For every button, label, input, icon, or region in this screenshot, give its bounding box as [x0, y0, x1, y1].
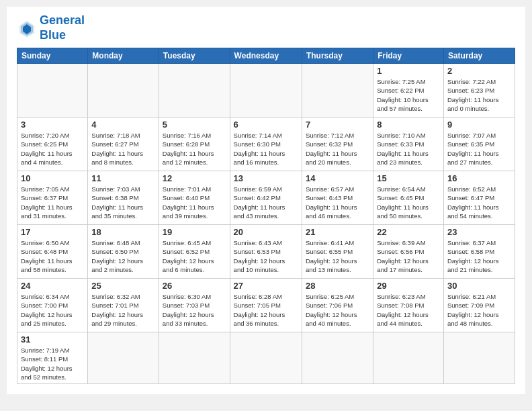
day-info: Sunrise: 6:37 AM Sunset: 6:58 PM Dayligh… — [447, 238, 511, 274]
calendar-cell: 22Sunrise: 6:39 AM Sunset: 6:56 PM Dayli… — [373, 225, 444, 279]
day-info: Sunrise: 6:23 AM Sunset: 7:08 PM Dayligh… — [377, 292, 440, 328]
calendar-cell: 8Sunrise: 7:10 AM Sunset: 6:33 PM Daylig… — [373, 118, 444, 171]
calendar-cell — [88, 64, 159, 118]
day-number: 31 — [21, 334, 84, 345]
day-number: 2 — [447, 66, 511, 76]
weekday-header-saturday: Saturday — [443, 48, 515, 64]
calendar-week-row: 1Sunrise: 7:25 AM Sunset: 6:22 PM Daylig… — [17, 64, 515, 118]
day-number: 23 — [447, 227, 511, 237]
calendar-cell: 28Sunrise: 6:25 AM Sunset: 7:06 PM Dayli… — [302, 279, 373, 332]
day-info: Sunrise: 6:30 AM Sunset: 7:03 PM Dayligh… — [163, 292, 226, 328]
calendar-cell: 31Sunrise: 7:19 AM Sunset: 8:11 PM Dayli… — [17, 332, 88, 384]
calendar-cell — [373, 332, 444, 384]
day-info: Sunrise: 7:07 AM Sunset: 6:35 PM Dayligh… — [447, 131, 511, 167]
calendar-cell: 2Sunrise: 7:22 AM Sunset: 6:23 PM Daylig… — [443, 64, 515, 118]
calendar-cell: 5Sunrise: 7:16 AM Sunset: 6:28 PM Daylig… — [159, 118, 230, 171]
day-info: Sunrise: 6:41 AM Sunset: 6:55 PM Dayligh… — [306, 238, 369, 274]
calendar-cell: 29Sunrise: 6:23 AM Sunset: 7:08 PM Dayli… — [373, 279, 444, 332]
day-info: Sunrise: 7:01 AM Sunset: 6:40 PM Dayligh… — [163, 185, 226, 220]
weekday-header-sunday: Sunday — [17, 48, 88, 64]
day-info: Sunrise: 6:50 AM Sunset: 6:48 PM Dayligh… — [21, 238, 84, 274]
day-number: 30 — [447, 281, 511, 291]
calendar-cell: 6Sunrise: 7:14 AM Sunset: 6:30 PM Daylig… — [230, 118, 302, 171]
weekday-header-thursday: Thursday — [302, 48, 373, 64]
day-number: 5 — [163, 120, 226, 130]
day-number: 8 — [377, 120, 440, 130]
calendar-cell — [230, 64, 302, 118]
day-number: 16 — [447, 173, 511, 183]
calendar-cell: 20Sunrise: 6:43 AM Sunset: 6:53 PM Dayli… — [230, 225, 302, 279]
calendar-cell: 10Sunrise: 7:05 AM Sunset: 6:37 PM Dayli… — [17, 171, 88, 225]
day-info: Sunrise: 7:14 AM Sunset: 6:30 PM Dayligh… — [234, 131, 298, 167]
calendar-cell: 21Sunrise: 6:41 AM Sunset: 6:55 PM Dayli… — [302, 225, 373, 279]
day-info: Sunrise: 6:59 AM Sunset: 6:42 PM Dayligh… — [234, 185, 298, 220]
day-info: Sunrise: 6:28 AM Sunset: 7:05 PM Dayligh… — [234, 292, 298, 328]
calendar-cell: 7Sunrise: 7:12 AM Sunset: 6:32 PM Daylig… — [302, 118, 373, 171]
day-info: Sunrise: 6:45 AM Sunset: 6:52 PM Dayligh… — [163, 238, 226, 274]
calendar: SundayMondayTuesdayWednesdayThursdayFrid… — [17, 48, 515, 384]
logo-blue: Blue — [40, 28, 85, 43]
day-number: 17 — [21, 227, 84, 237]
calendar-cell: 11Sunrise: 7:03 AM Sunset: 6:38 PM Dayli… — [88, 171, 159, 225]
calendar-cell — [443, 332, 515, 384]
calendar-cell: 26Sunrise: 6:30 AM Sunset: 7:03 PM Dayli… — [159, 279, 230, 332]
calendar-cell — [159, 332, 230, 384]
day-info: Sunrise: 6:43 AM Sunset: 6:53 PM Dayligh… — [234, 238, 298, 274]
day-number: 26 — [163, 281, 226, 291]
calendar-cell: 30Sunrise: 6:21 AM Sunset: 7:09 PM Dayli… — [443, 279, 515, 332]
calendar-header-row: SundayMondayTuesdayWednesdayThursdayFrid… — [17, 48, 515, 64]
calendar-week-row: 3Sunrise: 7:20 AM Sunset: 6:25 PM Daylig… — [17, 118, 515, 171]
day-number: 14 — [306, 173, 369, 183]
logo-icon — [17, 18, 37, 38]
calendar-cell — [88, 332, 159, 384]
day-info: Sunrise: 7:03 AM Sunset: 6:38 PM Dayligh… — [91, 185, 155, 220]
day-number: 28 — [306, 281, 369, 291]
day-number: 3 — [21, 120, 84, 130]
day-info: Sunrise: 6:54 AM Sunset: 6:45 PM Dayligh… — [377, 185, 440, 220]
day-info: Sunrise: 7:20 AM Sunset: 6:25 PM Dayligh… — [21, 131, 84, 167]
day-number: 7 — [306, 120, 369, 130]
calendar-cell: 17Sunrise: 6:50 AM Sunset: 6:48 PM Dayli… — [17, 225, 88, 279]
day-number: 11 — [91, 173, 155, 183]
calendar-cell — [230, 332, 302, 384]
day-info: Sunrise: 7:19 AM Sunset: 8:11 PM Dayligh… — [21, 346, 84, 381]
calendar-cell: 18Sunrise: 6:48 AM Sunset: 6:50 PM Dayli… — [88, 225, 159, 279]
day-number: 25 — [91, 281, 155, 291]
day-info: Sunrise: 6:34 AM Sunset: 7:00 PM Dayligh… — [21, 292, 84, 328]
weekday-header-monday: Monday — [88, 48, 159, 64]
calendar-cell: 27Sunrise: 6:28 AM Sunset: 7:05 PM Dayli… — [230, 279, 302, 332]
day-number: 6 — [234, 120, 298, 130]
day-number: 24 — [21, 281, 84, 291]
calendar-cell: 12Sunrise: 7:01 AM Sunset: 6:40 PM Dayli… — [159, 171, 230, 225]
day-number: 27 — [234, 281, 298, 291]
day-info: Sunrise: 7:18 AM Sunset: 6:27 PM Dayligh… — [91, 131, 155, 167]
day-info: Sunrise: 6:48 AM Sunset: 6:50 PM Dayligh… — [91, 238, 155, 274]
calendar-week-row: 31Sunrise: 7:19 AM Sunset: 8:11 PM Dayli… — [17, 332, 515, 384]
calendar-cell: 25Sunrise: 6:32 AM Sunset: 7:01 PM Dayli… — [88, 279, 159, 332]
day-number: 10 — [21, 173, 84, 183]
calendar-cell: 9Sunrise: 7:07 AM Sunset: 6:35 PM Daylig… — [443, 118, 515, 171]
calendar-week-row: 17Sunrise: 6:50 AM Sunset: 6:48 PM Dayli… — [17, 225, 515, 279]
day-info: Sunrise: 6:32 AM Sunset: 7:01 PM Dayligh… — [91, 292, 155, 328]
day-info: Sunrise: 7:10 AM Sunset: 6:33 PM Dayligh… — [377, 131, 440, 167]
calendar-cell: 15Sunrise: 6:54 AM Sunset: 6:45 PM Dayli… — [373, 171, 444, 225]
calendar-cell: 19Sunrise: 6:45 AM Sunset: 6:52 PM Dayli… — [159, 225, 230, 279]
calendar-cell — [159, 64, 230, 118]
calendar-cell: 3Sunrise: 7:20 AM Sunset: 6:25 PM Daylig… — [17, 118, 88, 171]
day-number: 13 — [234, 173, 298, 183]
day-number: 1 — [377, 66, 440, 76]
calendar-cell — [302, 332, 373, 384]
day-number: 15 — [377, 173, 440, 183]
day-info: Sunrise: 6:39 AM Sunset: 6:56 PM Dayligh… — [377, 238, 440, 274]
weekday-header-tuesday: Tuesday — [159, 48, 230, 64]
day-number: 19 — [163, 227, 226, 237]
calendar-cell: 23Sunrise: 6:37 AM Sunset: 6:58 PM Dayli… — [443, 225, 515, 279]
day-info: Sunrise: 7:25 AM Sunset: 6:22 PM Dayligh… — [377, 77, 440, 113]
day-number: 20 — [234, 227, 298, 237]
calendar-cell — [302, 64, 373, 118]
day-info: Sunrise: 7:16 AM Sunset: 6:28 PM Dayligh… — [163, 131, 226, 167]
day-info: Sunrise: 6:25 AM Sunset: 7:06 PM Dayligh… — [306, 292, 369, 328]
day-number: 18 — [91, 227, 155, 237]
weekday-header-wednesday: Wednesday — [230, 48, 302, 64]
calendar-cell: 24Sunrise: 6:34 AM Sunset: 7:00 PM Dayli… — [17, 279, 88, 332]
